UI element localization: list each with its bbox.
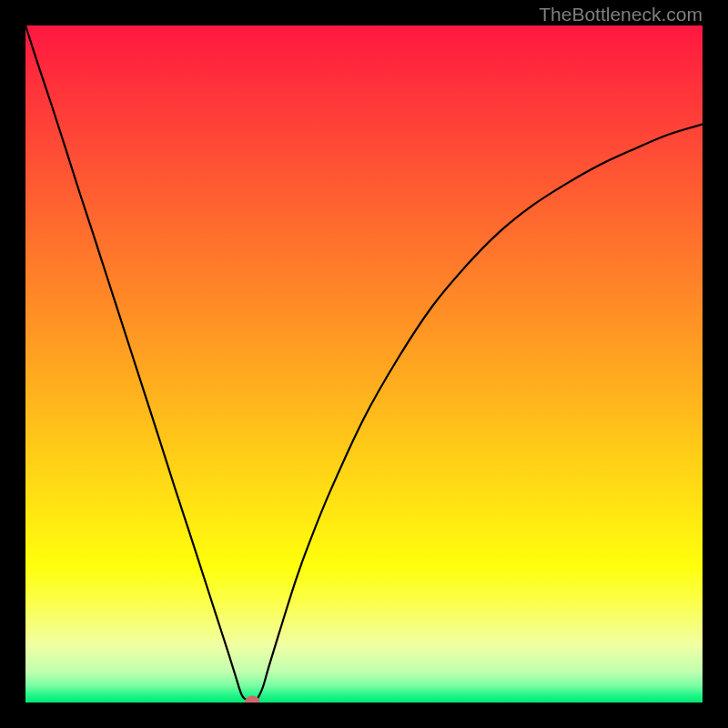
curve-path <box>25 25 703 702</box>
plot-area <box>25 25 703 703</box>
watermark-text: TheBottleneck.com <box>539 4 703 25</box>
minimum-marker <box>245 696 259 703</box>
chart-frame: TheBottleneck.com <box>0 0 728 728</box>
bottleneck-curve <box>25 25 703 703</box>
